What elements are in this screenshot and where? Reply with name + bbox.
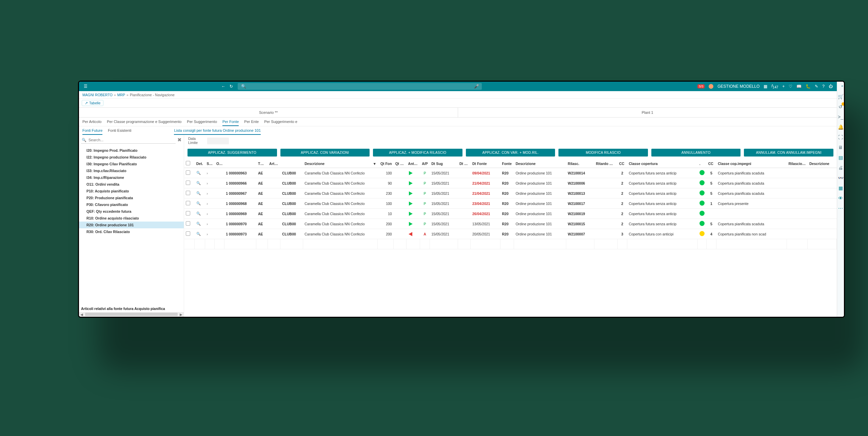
menu-icon[interactable]: ☰ [82, 84, 89, 89]
th-dt-fp[interactable]: Dt F.p. [458, 159, 471, 168]
th-ap[interactable]: A/P [420, 159, 430, 168]
magnifier-icon[interactable]: 🔍 [196, 181, 201, 185]
table-row[interactable]: 🔍›1 000000967AECLUB00Caramella Club Clas… [184, 188, 837, 199]
history-icon[interactable]: ↺ [837, 103, 844, 110]
expand-row-icon[interactable]: › [207, 171, 208, 175]
apps-icon[interactable]: ▦ [764, 84, 767, 89]
breadcrumb-user[interactable]: MAGNI ROBERTO [82, 93, 113, 97]
avatar[interactable] [709, 84, 713, 89]
table-row[interactable]: 🔍›1 000000963AECLUB00Caramella Club Clas… [184, 168, 837, 178]
refresh-icon[interactable]: ↻ [230, 84, 233, 89]
subtab-fonti-future[interactable]: Fonti Future [82, 128, 102, 135]
row-checkbox[interactable] [186, 221, 190, 226]
th-descrizione[interactable]: Descrizione ▾ [303, 159, 377, 168]
cart-icon[interactable]: 🛒 [837, 93, 844, 100]
row-checkbox[interactable] [186, 191, 190, 195]
btn-annullamento[interactable]: ANNULLAMENTO [651, 149, 741, 157]
th-fonte[interactable]: Fonte [500, 159, 514, 168]
row-checkbox[interactable] [186, 231, 190, 236]
th-qt-sug[interactable]: Qt Sug [394, 159, 407, 168]
th-tp-sug[interactable]: Tp Sug [256, 159, 268, 168]
table-row[interactable]: 🔍›1 000000973AECLUB00Caramella Club Clas… [184, 229, 837, 239]
sidebar-search-input[interactable] [81, 136, 176, 144]
row-checkbox[interactable] [186, 170, 190, 175]
expand-row-icon[interactable]: › [207, 181, 208, 185]
sidebar-item-selected[interactable]: R20: Ordine produzione 101 [79, 222, 184, 228]
sidebar-item[interactable]: O11: Ordini vendita [79, 181, 184, 188]
sidebar-item[interactable]: P30: C/lavoro pianificato [79, 201, 184, 208]
edit-icon[interactable]: ✎ [815, 84, 818, 89]
btn-applicaz-mod-ril[interactable]: APPLICAZ. + MODIFICA RILASCIO [373, 149, 462, 157]
table-row[interactable]: 🔍›1 000000970AECLUB00Caramella Club Clas… [184, 219, 837, 229]
tabelle-chip[interactable]: ↗ Tabelle [82, 100, 103, 106]
th-ant-rit[interactable]: Ant. Rit. [407, 159, 420, 168]
btn-annullam-impegni[interactable]: ANNULLAM. CON ANNULLAM.IMPEGNI [744, 149, 833, 157]
th-classe-cop-imp[interactable]: Classe cop.impegni [716, 159, 787, 168]
tab-per-suggerimento-e[interactable]: Per Suggerimento e [264, 120, 297, 126]
monitor-icon[interactable]: 🖥 [837, 144, 844, 151]
th-cc[interactable]: CC [617, 159, 627, 168]
help-icon[interactable]: ? [822, 84, 825, 89]
th-rilasc[interactable]: Rilasc. [566, 159, 594, 168]
functions-icon[interactable]: f147 [771, 84, 778, 89]
presentation-icon[interactable]: 📖 [796, 84, 802, 89]
sidebar-item[interactable]: I34: Imp.c/Riparazione [79, 174, 184, 181]
expand-row-icon[interactable]: › [207, 212, 208, 216]
sidebar-item[interactable]: P10: Acquisto pianificato [79, 188, 184, 194]
favorite-icon[interactable]: ♡ [789, 84, 792, 89]
user-label[interactable]: GESTIONE MODELLO [717, 84, 760, 89]
expand-row-icon[interactable]: › [207, 232, 208, 236]
magnifier-icon[interactable]: 🔍 [196, 211, 201, 215]
sort-icon[interactable]: ▾ [374, 162, 376, 166]
select-all-checkbox[interactable] [186, 161, 190, 165]
sidebar-item[interactable]: I22: Impegno produzione Rilasciato [79, 154, 184, 161]
tab-per-fonte[interactable]: Per Fonte [222, 120, 239, 126]
expand-row-icon[interactable]: › [207, 191, 208, 195]
btn-applicaz-sugg[interactable]: APPLICAZ. SUGGERIMENTO [188, 149, 277, 157]
sidebar-item[interactable]: R10: Ordine acquisto rilasciato [79, 215, 184, 222]
breadcrumb-module[interactable]: MRP [117, 93, 125, 97]
row-checkbox[interactable] [186, 181, 190, 185]
th-descrizione2[interactable]: Descrizione [514, 159, 566, 168]
magnifier-icon[interactable]: 🔍 [196, 222, 201, 226]
magnifier-icon[interactable]: 🔍 [196, 191, 201, 195]
sidebar-item[interactable]: P20: Produzione pianificata [79, 194, 184, 201]
sidebar-h-scrollbar[interactable]: ◀ ▶ [79, 312, 184, 317]
th-ril-selfie[interactable]: Rilascio Selfie [787, 159, 808, 168]
label-icon[interactable]: ▤ [837, 154, 844, 161]
table-row[interactable]: 🔍›1 000000966AECLUB00Caramella Club Clas… [184, 178, 837, 188]
sidebar-item[interactable]: I30: Impegno C/lav Pianificato [79, 161, 184, 167]
sidebar-item[interactable]: I33: Imp.c/lav.Rilasciato [79, 167, 184, 174]
row-checkbox[interactable] [186, 211, 190, 215]
btn-applicaz-variaz[interactable]: APPLICAZ. CON VARIAZIONI [280, 149, 370, 157]
bug-icon[interactable]: 🐛 [806, 84, 811, 89]
more-icon[interactable]: ⋯ [837, 205, 844, 212]
table-row[interactable]: 🔍›1 000000968AECLUB00Caramella Club Clas… [184, 199, 837, 209]
subtab-lista-consigli[interactable]: Lista consigli per fonte futura Ordine p… [174, 128, 261, 135]
th-qt-fon[interactable]: Qt Fon [377, 159, 393, 168]
btn-modifica-ril[interactable]: MODIFICA RILASCIO [558, 149, 648, 157]
grid-icon[interactable]: ▦ [837, 185, 844, 191]
tab-per-classe[interactable]: Per Classe programmazione e Suggerimento [107, 120, 181, 126]
th-origine[interactable]: Origine [215, 159, 224, 168]
add-icon[interactable]: + [782, 84, 785, 89]
th-cc2[interactable]: CC [707, 159, 716, 168]
eye-icon[interactable]: 👁 [837, 195, 844, 202]
th-dt-sug[interactable]: Dt Sug [430, 159, 458, 168]
th-rit-min[interactable]: Ritardo Minimo presunto Lordo [594, 159, 617, 168]
tab-per-articolo[interactable]: Per Articolo [82, 120, 101, 126]
row-checkbox[interactable] [186, 201, 190, 205]
expand-row-icon[interactable]: › [207, 202, 208, 206]
th-det[interactable]: Det. [195, 159, 205, 168]
scroll-left-icon[interactable]: ◀ [80, 313, 83, 316]
collapse-rail-icon[interactable]: » [841, 84, 843, 88]
bell-icon[interactable]: 🔔 [837, 124, 844, 130]
sidebar-item[interactable]: R30: Ord. C/lav Rilasciato [79, 228, 184, 235]
terminal-icon[interactable]: >_ [837, 113, 844, 120]
fullscreen-icon[interactable]: ⛶ [837, 134, 844, 141]
th-descrizione3[interactable]: Descrizione [808, 159, 837, 168]
mic-icon[interactable]: 🎤 [474, 84, 479, 89]
scroll-right-icon[interactable]: ▶ [180, 313, 182, 316]
th-sug[interactable]: Sug. [205, 159, 215, 168]
th-dot[interactable]: . [698, 159, 707, 168]
